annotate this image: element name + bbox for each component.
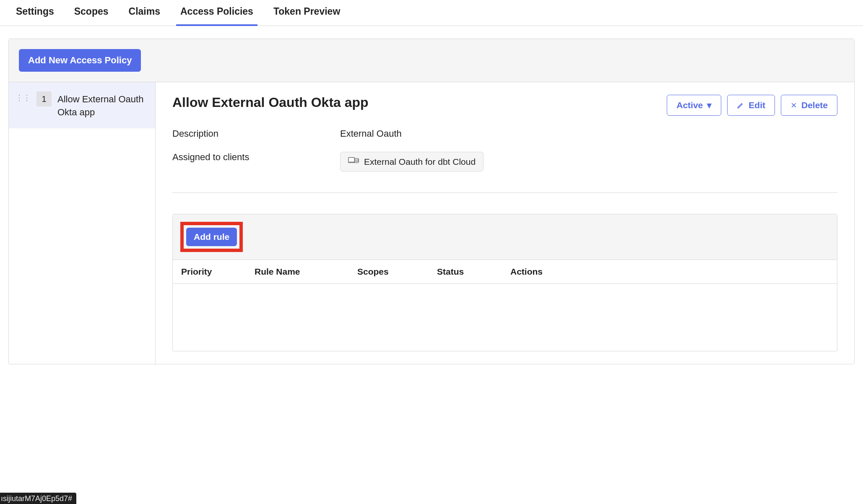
active-dropdown-button[interactable]: Active ▾ — [667, 95, 721, 116]
tab-scopes[interactable]: Scopes — [74, 0, 109, 26]
rules-panel: Add rule Priority Rule Name Scopes Statu… — [172, 214, 837, 351]
policy-sidebar: ⋮⋮ 1 Allow External Oauth Okta app — [9, 82, 156, 364]
rules-header: Add rule — [173, 214, 837, 260]
edit-label: Edit — [749, 100, 765, 110]
description-value: External Oauth — [340, 128, 402, 139]
policy-index-badge: 1 — [36, 91, 52, 107]
access-policies-panel: Add New Access Policy ⋮⋮ 1 Allow Externa… — [8, 39, 855, 364]
description-row: Description External Oauth — [172, 128, 837, 139]
description-label: Description — [172, 128, 340, 139]
column-status: Status — [437, 267, 510, 277]
policy-title: Allow External Oauth Okta app — [172, 95, 369, 110]
divider — [172, 192, 837, 193]
panel-header: Add New Access Policy — [9, 39, 854, 82]
panel-body: ⋮⋮ 1 Allow External Oauth Okta app Allow… — [9, 82, 854, 364]
policy-detail: Allow External Oauth Okta app Active ▾ E… — [156, 82, 854, 364]
tab-token-preview[interactable]: Token Preview — [273, 0, 340, 26]
assigned-clients-value: External Oauth for dbt Cloud — [340, 152, 483, 171]
add-rule-highlight: Add rule — [180, 222, 243, 252]
tab-settings[interactable]: Settings — [16, 0, 54, 26]
client-chip: External Oauth for dbt Cloud — [340, 152, 483, 171]
sidebar-item-policy[interactable]: ⋮⋮ 1 Allow External Oauth Okta app — [9, 82, 155, 128]
edit-button[interactable]: Edit — [727, 95, 775, 116]
rules-table-body — [173, 284, 837, 351]
svg-point-1 — [354, 158, 359, 160]
drag-handle-icon[interactable]: ⋮⋮ — [16, 91, 31, 101]
svg-rect-0 — [348, 158, 355, 162]
rules-table-header: Priority Rule Name Scopes Status Actions — [173, 260, 837, 284]
assigned-clients-row: Assigned to clients Externa — [172, 152, 837, 171]
delete-label: Delete — [801, 100, 828, 110]
column-scopes: Scopes — [357, 267, 437, 277]
close-icon — [790, 102, 797, 109]
tab-bar: Settings Scopes Claims Access Policies T… — [0, 0, 863, 26]
app-icon — [348, 156, 359, 167]
active-label: Active — [676, 100, 703, 110]
client-name: External Oauth for dbt Cloud — [364, 157, 476, 167]
add-new-access-policy-button[interactable]: Add New Access Policy — [19, 49, 141, 72]
chevron-down-icon: ▾ — [707, 100, 712, 110]
sidebar-item-label: Allow External Oauth Okta app — [57, 91, 148, 119]
delete-button[interactable]: Delete — [781, 95, 837, 116]
column-actions: Actions — [510, 267, 829, 277]
tab-claims[interactable]: Claims — [129, 0, 160, 26]
add-rule-button[interactable]: Add rule — [186, 228, 237, 246]
pencil-icon — [737, 101, 744, 109]
column-rule-name: Rule Name — [255, 267, 357, 277]
tab-access-policies[interactable]: Access Policies — [180, 0, 253, 26]
assigned-clients-label: Assigned to clients — [172, 152, 340, 171]
policy-header: Allow External Oauth Okta app Active ▾ E… — [172, 95, 837, 116]
column-priority: Priority — [181, 267, 255, 277]
policy-actions: Active ▾ Edit Delete — [667, 95, 837, 116]
